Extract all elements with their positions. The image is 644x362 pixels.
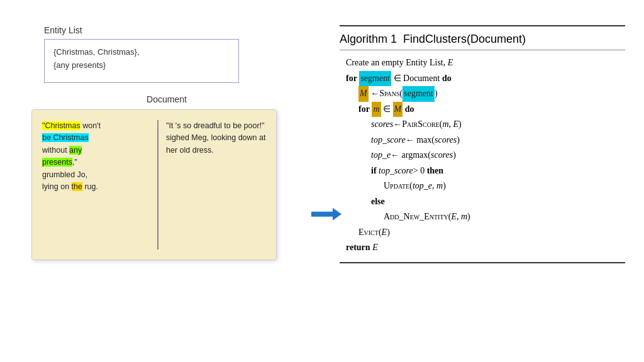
svg-marker-0 (311, 208, 341, 221)
algo-title-bold: Algorithm 1 (340, 33, 397, 45)
entity-list-line2: {any presents} (53, 59, 230, 72)
hl-segment: segment (359, 71, 391, 87)
hl-the: the (72, 182, 82, 191)
algo-line-4: for m ∈ M do (346, 102, 625, 118)
algo-line-12: Evict(E) (346, 225, 625, 241)
algo-title: Algorithm 1 FindClusters(Document) (340, 33, 625, 50)
main-container: Entity List {Christmas, Christmas}, {any… (0, 0, 644, 362)
hl-m: m (372, 102, 380, 118)
algo-line-10: else (346, 194, 625, 210)
algo-line-11: Add_New_Entity(E, m) (346, 209, 625, 225)
left-panel: Entity List {Christmas, Christmas}, {any… (19, 13, 314, 349)
entity-list-label: Entity List (44, 25, 314, 35)
hl-presents: presents (42, 158, 72, 167)
algo-line-3: M ← Spans(segment) (346, 86, 625, 102)
hl-christmas-1: "Christmas (42, 121, 80, 130)
algo-line-13: return E (346, 240, 625, 256)
hl-any: any (69, 146, 82, 155)
algo-line-8: if top_score > 0 then (346, 163, 625, 179)
book-container: "Christmas won't be Christmas without an… (31, 109, 277, 260)
algo-line-9: Update(top_e, m) (346, 178, 625, 194)
book-right-text: "It 's so dreadful to be poor!" sighed M… (166, 121, 265, 155)
arrow-svg (311, 208, 341, 221)
hl-segment-2: segment (402, 86, 435, 102)
entity-list-box: {Christmas, Christmas}, {any presents} (44, 39, 239, 83)
algo-func: FindClusters(Document) (403, 33, 526, 45)
blue-arrow (311, 208, 341, 226)
entity-list-line1: {Christmas, Christmas}, (53, 46, 230, 59)
algo-line-5: scores ← PairScore(m, E) (346, 117, 625, 133)
book-left-page: "Christmas won't be Christmas without an… (42, 120, 158, 250)
algorithm-box: Algorithm 1 FindClusters(Document) Creat… (340, 25, 625, 263)
algo-line-7: top_e ← argmax(scores) (346, 148, 625, 163)
algo-line-1: Create an empty Entity List, E (346, 55, 625, 71)
algo-line-2: for segment ∈ Document do (346, 71, 625, 87)
document-label: Document (19, 94, 314, 104)
algo-body: Create an empty Entity List, E for segme… (340, 55, 625, 256)
right-panel: Algorithm 1 FindClusters(Document) Creat… (340, 13, 625, 349)
hl-M-2: M (393, 102, 403, 118)
book-right-page: "It 's so dreadful to be poor!" sighed M… (158, 120, 269, 250)
hl-be-christmas: be Christmas (42, 133, 89, 142)
hl-M: M (358, 86, 369, 102)
algo-line-6: top_score ← max(scores) (346, 133, 625, 148)
